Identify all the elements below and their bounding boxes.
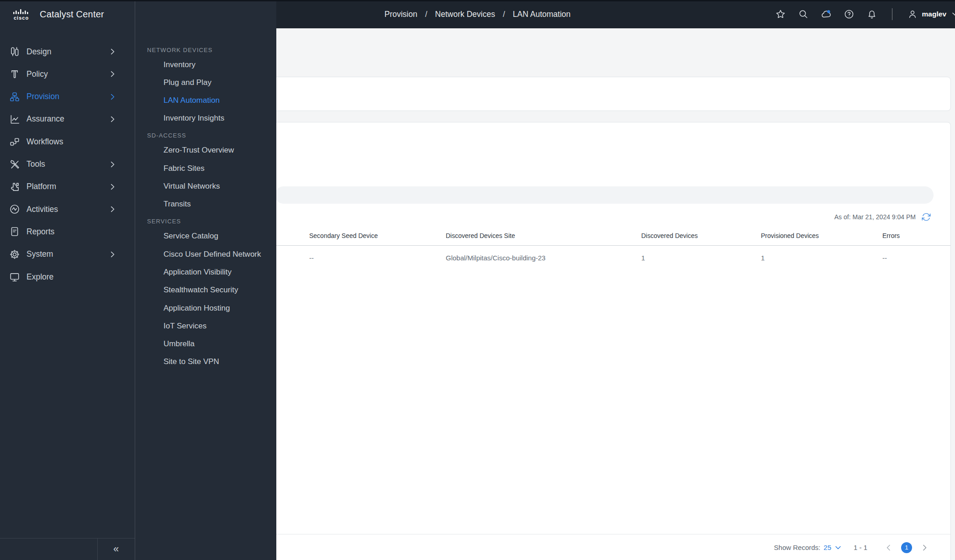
table-header-row: Secondary Seed DeviceDiscovered Devices … bbox=[268, 226, 951, 246]
chevron-right-icon bbox=[109, 115, 117, 123]
help-icon[interactable] bbox=[844, 9, 855, 20]
explore-icon bbox=[9, 271, 20, 282]
chevron-right-icon bbox=[109, 205, 117, 213]
sidebar-item-label: Workflows bbox=[26, 137, 63, 147]
sidebar-item-label: Tools bbox=[26, 159, 45, 169]
tools-icon bbox=[9, 159, 20, 170]
flyout-item-fabric-sites[interactable]: Fabric Sites bbox=[135, 160, 277, 177]
table-filter-bar[interactable] bbox=[275, 186, 934, 204]
table-cell: 1 bbox=[761, 254, 882, 262]
sidebar-item-design[interactable]: Design bbox=[0, 40, 135, 63]
star-icon[interactable] bbox=[775, 9, 786, 20]
page-size-caret-icon[interactable] bbox=[834, 544, 842, 551]
breadcrumb-separator: / bbox=[425, 10, 427, 19]
sidebar-item-platform[interactable]: Platform bbox=[0, 175, 135, 198]
current-page-button[interactable]: 1 bbox=[901, 542, 912, 553]
sidebar-item-label: Explore bbox=[26, 272, 53, 282]
table-body: --Global/Milpitas/Cisco-building-2311-- bbox=[268, 246, 951, 270]
sidebar-item-provision[interactable]: Provision bbox=[0, 85, 135, 108]
show-records-label: Show Records: bbox=[774, 544, 821, 551]
flyout-item-virtual-networks[interactable]: Virtual Networks bbox=[135, 178, 277, 195]
sidebar-item-tools[interactable]: Tools bbox=[0, 153, 135, 176]
sidebar-item-assurance[interactable]: Assurance bbox=[0, 108, 135, 131]
pagination-bar: Show Records: 25 1 - 1 1 bbox=[268, 534, 951, 560]
breadcrumb-provision[interactable]: Provision bbox=[385, 10, 417, 19]
flyout-item-plug-and-play[interactable]: Plug and Play bbox=[135, 74, 277, 91]
table-cell: -- bbox=[882, 254, 946, 262]
system-icon bbox=[9, 249, 20, 260]
flyout-item-application-hosting[interactable]: Application Hosting bbox=[135, 300, 277, 317]
lan-automation-table: Secondary Seed DeviceDiscovered Devices … bbox=[268, 226, 951, 270]
provision-flyout-menu: NETWORK DEVICESInventoryPlug and PlayLAN… bbox=[135, 0, 276, 560]
sidebar-item-activities[interactable]: Activities bbox=[0, 198, 135, 221]
table-header-errors[interactable]: Errors bbox=[882, 232, 946, 239]
sidebar-item-reports[interactable]: Reports bbox=[0, 220, 135, 243]
sidebar-item-workflows[interactable]: Workflows bbox=[0, 130, 135, 153]
bell-icon[interactable] bbox=[866, 9, 877, 20]
sidebar-item-label: Activities bbox=[26, 205, 58, 214]
flyout-item-zero-trust-overview[interactable]: Zero-Trust Overview bbox=[135, 142, 277, 159]
sidebar-item-label: Design bbox=[26, 47, 51, 57]
topbar-actions: maglev bbox=[775, 0, 955, 28]
chevron-right-icon bbox=[109, 48, 117, 56]
flyout-item-umbrella[interactable]: Umbrella bbox=[135, 335, 277, 353]
lan-automation-card: As of: Mar 21, 2024 9:04 PM Secondary Se… bbox=[267, 122, 951, 560]
breadcrumb-separator: / bbox=[503, 10, 505, 19]
flyout-item-lan-automation[interactable]: LAN Automation bbox=[135, 92, 277, 109]
table-cell: Global/Milpitas/Cisco-building-23 bbox=[446, 254, 641, 262]
flyout-item-iot-services[interactable]: IoT Services bbox=[135, 317, 277, 335]
summary-card bbox=[267, 77, 951, 111]
breadcrumb: Provision / Network Devices / LAN Automa… bbox=[385, 0, 571, 28]
reports-icon bbox=[9, 226, 20, 237]
sidebar-item-system[interactable]: System bbox=[0, 243, 135, 266]
as-of-row: As of: Mar 21, 2024 9:04 PM bbox=[834, 212, 931, 222]
flyout-item-inventory[interactable]: Inventory bbox=[135, 56, 277, 74]
chevron-down-icon bbox=[950, 9, 955, 20]
policy-icon bbox=[9, 69, 20, 79]
platform-icon bbox=[9, 181, 20, 192]
flyout-item-application-visibility[interactable]: Application Visibility bbox=[135, 264, 277, 281]
user-menu[interactable]: maglev bbox=[907, 9, 955, 20]
sidebar-item-label: Provision bbox=[26, 92, 59, 101]
prev-page-icon[interactable] bbox=[885, 544, 893, 552]
sidebar-item-explore[interactable]: Explore bbox=[0, 265, 135, 288]
table-cell: 1 bbox=[641, 254, 761, 262]
sidebar-collapse-button[interactable]: « bbox=[97, 538, 135, 560]
window-top-edge bbox=[0, 0, 955, 1]
page-size-value[interactable]: 25 bbox=[823, 544, 831, 551]
page-range: 1 - 1 bbox=[854, 544, 867, 551]
sidebar-item-policy[interactable]: Policy bbox=[0, 63, 135, 85]
search-icon[interactable] bbox=[798, 9, 809, 20]
assurance-icon bbox=[9, 114, 20, 125]
flyout-item-site-to-site-vpn[interactable]: Site to Site VPN bbox=[135, 353, 277, 370]
app-root: Provision / Network Devices / LAN Automa… bbox=[0, 0, 955, 560]
as-of-timestamp: As of: Mar 21, 2024 9:04 PM bbox=[834, 213, 916, 221]
breadcrumb-lan-automation: LAN Automation bbox=[513, 10, 570, 19]
design-icon bbox=[9, 46, 20, 57]
flyout-item-service-catalog[interactable]: Service Catalog bbox=[135, 227, 277, 245]
svg-text:cisco: cisco bbox=[14, 15, 29, 21]
sidebar-item-label: Policy bbox=[26, 69, 48, 79]
flyout-item-cisco-user-defined-network[interactable]: Cisco User Defined Network bbox=[135, 246, 277, 263]
topbar-divider bbox=[892, 8, 892, 20]
flyout-item-transits[interactable]: Transits bbox=[135, 195, 277, 213]
table-header-secondary-seed-device[interactable]: Secondary Seed Device bbox=[309, 232, 446, 239]
sidebar-item-label: Reports bbox=[26, 227, 54, 237]
cloud-icon[interactable] bbox=[821, 9, 832, 20]
chevron-right-icon bbox=[109, 160, 117, 169]
flyout-item-inventory-insights[interactable]: Inventory Insights bbox=[135, 110, 277, 127]
refresh-icon[interactable] bbox=[921, 212, 931, 222]
table-header-provisioned-devices[interactable]: Provisioned Devices bbox=[761, 232, 882, 239]
cisco-logo-icon: cisco bbox=[12, 7, 32, 21]
breadcrumb-network-devices[interactable]: Network Devices bbox=[435, 10, 495, 19]
next-page-icon[interactable] bbox=[920, 544, 929, 552]
chevron-right-icon bbox=[109, 250, 117, 259]
flyout-item-stealthwatch-security[interactable]: Stealthwatch Security bbox=[135, 281, 277, 299]
table-header-discovered-devices-site[interactable]: Discovered Devices Site bbox=[446, 232, 641, 239]
sidebar-item-label: Assurance bbox=[26, 114, 64, 124]
table-cell: -- bbox=[309, 254, 446, 262]
table-header-discovered-devices[interactable]: Discovered Devices bbox=[641, 232, 761, 239]
table-row: --Global/Milpitas/Cisco-building-2311-- bbox=[268, 246, 951, 270]
workflows-icon bbox=[9, 136, 20, 147]
provision-icon bbox=[9, 91, 20, 102]
